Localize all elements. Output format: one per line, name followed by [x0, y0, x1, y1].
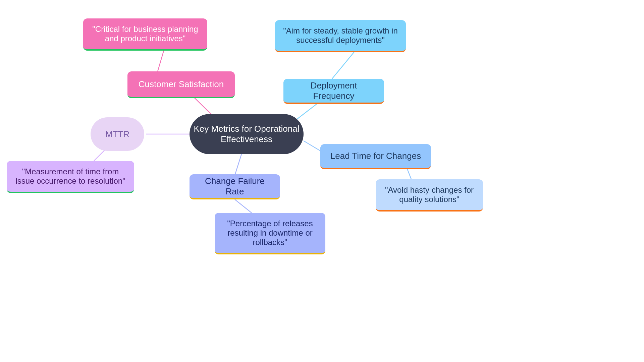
lead-time-label: Lead Time for Changes [330, 151, 421, 161]
annotation-measurement-text: "Measurement of time from issue occurren… [14, 167, 127, 186]
svg-line-6 [235, 154, 241, 175]
svg-line-7 [235, 199, 252, 213]
change-failure-label: Change Failure Rate [198, 176, 272, 197]
svg-line-1 [158, 49, 164, 71]
annotation-critical: "Critical for business planning and prod… [83, 18, 207, 51]
mttr-node[interactable]: MTTR [91, 117, 144, 151]
annotation-percentage: "Percentage of releases resulting in dow… [215, 213, 325, 254]
annotation-critical-text: "Critical for business planning and prod… [91, 24, 200, 43]
lead-time-node[interactable]: Lead Time for Changes [320, 144, 431, 169]
annotation-avoid-text: "Avoid hasty changes for quality solutio… [383, 185, 476, 204]
deployment-frequency-node[interactable]: Deployment Frequency [283, 79, 384, 104]
svg-line-3 [332, 50, 356, 79]
customer-sat-label: Customer Satisfaction [139, 79, 224, 89]
customer-satisfaction-node[interactable]: Customer Satisfaction [127, 71, 235, 98]
deployment-freq-label: Deployment Frequency [291, 80, 376, 101]
center-label: Key Metrics for Operational Effectivenes… [190, 124, 304, 144]
mttr-label: MTTR [105, 129, 129, 139]
annotation-aim-text: "Aim for steady, stable growth in succes… [282, 26, 398, 45]
change-failure-node[interactable]: Change Failure Rate [190, 174, 280, 199]
annotation-avoid: "Avoid hasty changes for quality solutio… [376, 179, 483, 212]
annotation-measurement: "Measurement of time from issue occurren… [7, 161, 134, 193]
center-node: Key Metrics for Operational Effectivenes… [190, 114, 304, 154]
annotation-percentage-text: "Percentage of releases resulting in dow… [222, 219, 318, 247]
annotation-aim: "Aim for steady, stable growth in succes… [275, 20, 406, 52]
